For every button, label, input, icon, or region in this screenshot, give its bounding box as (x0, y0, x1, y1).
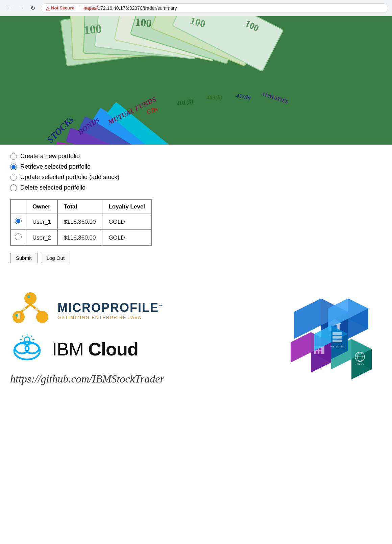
svg-text:100: 100 (135, 16, 152, 29)
svg-line-50 (31, 336, 32, 337)
svg-point-40 (35, 307, 38, 311)
microprofile-title: MICROPROFILE™ (57, 301, 164, 315)
row1-owner: User_1 (26, 214, 57, 230)
radio-retrieve-label: Retrieve selected portfolio (20, 163, 91, 170)
not-secure-label: Not Secure (51, 5, 74, 10)
refresh-button[interactable]: ↻ (28, 3, 38, 13)
nav-buttons: ← → ↻ (4, 3, 38, 13)
svg-rect-82 (333, 332, 342, 335)
radio-delete-label: Delete selected portfolio (20, 184, 85, 191)
svg-rect-83 (333, 336, 342, 339)
url-display: https://172.16.40.176:32370/trader/summa… (83, 5, 177, 11)
radio-update-input[interactable] (10, 174, 17, 181)
radio-create[interactable]: Create a new portfolio (10, 153, 382, 160)
radio-create-label: Create a new portfolio (20, 153, 80, 160)
footer-logos: MICROPROFILE™ OPTIMIZING ENTERPRISE JAVA (0, 285, 392, 399)
submit-button[interactable]: Submit (10, 253, 38, 263)
microprofile-text: MICROPROFILE™ OPTIMIZING ENTERPRISE JAVA (57, 301, 164, 320)
table-row: User_1 $116,360.00 GOLD (10, 214, 151, 230)
logout-button[interactable]: Log Out (41, 253, 70, 263)
cubes-area: PRIVATE (287, 288, 382, 383)
row2-radio[interactable] (15, 233, 22, 240)
form-section: Create a new portfolio Retrieve selected… (0, 145, 392, 285)
radio-create-input[interactable] (10, 153, 17, 160)
svg-text:403(b): 403(b) (206, 94, 222, 101)
col-owner: Owner (26, 200, 57, 214)
svg-point-47 (25, 343, 39, 353)
button-row: Submit Log Out (10, 253, 382, 263)
cubes-svg: PRIVATE (287, 288, 382, 383)
row1-select-cell (10, 214, 26, 230)
hero-image: STOCKs BONDs MUTUAL FUNDS CDs 401(k) 403… (0, 16, 392, 145)
radio-retrieve-input[interactable] (10, 164, 17, 170)
svg-rect-68 (319, 351, 321, 354)
row1-total: $116,360.00 (57, 214, 102, 230)
page-content: STOCKs BONDs MUTUAL FUNDS CDs 401(k) 403… (0, 16, 392, 399)
address-bar[interactable]: △ Not Secure | https://172.16.40.176:323… (41, 3, 388, 13)
svg-point-34 (24, 292, 36, 304)
col-total: Total (57, 200, 102, 214)
url-https: https:// (83, 5, 98, 11)
back-button[interactable]: ← (4, 3, 14, 13)
svg-rect-42 (17, 316, 20, 319)
svg-text:MULTI-CLOUD: MULTI-CLOUD (330, 345, 344, 347)
microprofile-subtitle: OPTIMIZING ENTERPRISE JAVA (57, 315, 164, 320)
col-select (10, 200, 26, 214)
microprofile-icon (10, 292, 51, 329)
radio-delete[interactable]: Delete selected portfolio (10, 184, 382, 191)
row2-loyalty: GOLD (102, 230, 151, 246)
portfolio-table: Owner Total Loyalty Level User_1 $116,36… (10, 199, 152, 246)
svg-rect-66 (319, 348, 321, 350)
row2-select-cell (10, 230, 26, 246)
radio-update-label: Update selected portfolio (add stock) (20, 174, 119, 181)
url-rest: 172.16.40.176:32370/trader/summary (98, 5, 177, 11)
forward-button[interactable]: → (16, 3, 26, 13)
microprofile-tm: ™ (159, 304, 164, 308)
security-warning: △ Not Secure (46, 5, 74, 11)
svg-marker-62 (291, 332, 311, 363)
svg-text:PUBLIC: PUBLIC (356, 363, 364, 365)
row1-loyalty: GOLD (102, 214, 151, 230)
table-header-row: Owner Total Loyalty Level (10, 200, 151, 214)
svg-line-51 (22, 336, 23, 337)
radio-update[interactable]: Update selected portfolio (add stock) (10, 174, 382, 181)
svg-point-39 (23, 307, 26, 311)
svg-point-43 (27, 295, 30, 298)
svg-rect-67 (316, 351, 318, 354)
row2-owner: User_2 (26, 230, 57, 246)
col-loyalty: Loyalty Level (102, 200, 151, 214)
svg-point-44 (16, 314, 18, 317)
row2-total: $116,360.00 (57, 230, 102, 246)
table-row: User_2 $116,360.00 GOLD (10, 230, 151, 246)
svg-rect-84 (333, 340, 342, 342)
row1-radio[interactable] (15, 218, 22, 224)
radio-delete-input[interactable] (10, 184, 17, 191)
radio-retrieve[interactable]: Retrieve selected portfolio (10, 163, 382, 170)
browser-toolbar: ← → ↻ △ Not Secure | https://172.16.40.1… (0, 0, 392, 16)
ibm-cloud-text: IBM Cloud (52, 339, 138, 360)
hero-svg: STOCKs BONDs MUTUAL FUNDS CDs 401(k) 403… (0, 16, 392, 145)
svg-text:100: 100 (83, 22, 102, 36)
ibm-cloud-icon (10, 332, 44, 366)
radio-group: Create a new portfolio Retrieve selected… (10, 153, 382, 191)
url-separator: | (78, 5, 80, 11)
svg-point-36 (36, 311, 48, 323)
warning-icon: △ (46, 5, 50, 11)
